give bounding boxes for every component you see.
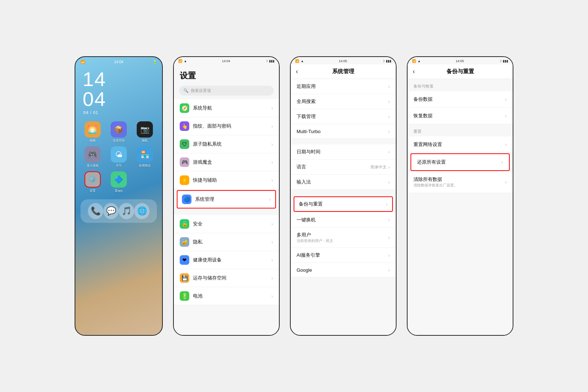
gamebox-icon: 🎮	[180, 157, 189, 167]
section-gap-phone3-1	[291, 139, 396, 145]
security-icon: 🔒	[180, 219, 189, 229]
reset-network-label: 重置网络设置	[413, 141, 505, 148]
settings-item-navigation[interactable]: 🧭 系统导航 ›	[174, 99, 279, 117]
phone3-time: 14:05	[339, 59, 347, 63]
app-android-label: 安卓空间	[113, 139, 125, 143]
settings-item-security[interactable]: 🔒 安全 ›	[174, 215, 279, 233]
app-settings[interactable]: ⚙️ 设置	[81, 171, 104, 193]
phone1-status-bar: 📶 14:04 🔋	[75, 57, 162, 65]
clear-all-data-item[interactable]: 清除所有数据 清除数据并恢复出厂设置。 ›	[408, 171, 513, 193]
phone2-screen-content: 设置 🔍 搜索设置项 🧭 系统导航 › 👆 指纹、面部与密码 › 🛡 原子隐私系…	[174, 64, 279, 335]
phone1-date: 04 / 01	[75, 109, 162, 116]
download-mgmt-chevron: ›	[388, 114, 390, 120]
download-mgmt-label: 下载管理	[297, 113, 388, 120]
backup-reset-chevron: ›	[386, 201, 388, 207]
phone4-screen-content: ‹ 备份与重置 备份与恢复 备份数据 › 恢复数据 › 重置 重置网络设置 › …	[408, 64, 513, 335]
system-multi-turbo[interactable]: Multi-Turbo ›	[291, 124, 396, 139]
multi-user-chevron: ›	[388, 235, 390, 240]
system-language[interactable]: 语言 简体中文 ›	[291, 160, 396, 175]
system-multi-user[interactable]: 多用户 当前登录的用户：机主 ›	[291, 228, 396, 248]
battery-chevron: ›	[271, 293, 273, 299]
global-search-chevron: ›	[388, 99, 390, 104]
multi-turbo-chevron: ›	[388, 128, 390, 134]
app-camera[interactable]: 📷 相机	[134, 121, 156, 143]
phone1-clock: 14 04	[75, 65, 162, 109]
dock-music[interactable]: 🎵	[119, 203, 134, 219]
phone4-section1-label: 备份与恢复	[408, 79, 513, 91]
system-date-time[interactable]: 日期与时间 ›	[291, 145, 396, 160]
privacy-chevron: ›	[271, 141, 273, 147]
section-gap-1	[174, 209, 279, 215]
app-store[interactable]: 🏪 应用商店	[134, 146, 156, 168]
app-other-icon: 🔷	[111, 171, 127, 188]
phone4-backup-reset: 📶 ▲ 14:05 ☽ ▮▮▮ ‹ 备份与重置 备份与恢复 备份数据 › 恢复数…	[407, 56, 513, 336]
phone4-signal-icon: 📶	[412, 59, 416, 63]
multi-user-sub: 当前登录的用户：机主	[297, 238, 388, 243]
settings-item-health[interactable]: ❤ 健康使用设备 ›	[174, 251, 279, 269]
system-backup-reset[interactable]: 备份与重置 ›	[294, 196, 393, 212]
multi-user-label: 多用户	[297, 232, 388, 238]
date-time-label: 日期与时间	[297, 149, 388, 155]
settings-item-system-mgmt[interactable]: 🔵 系统管理 ›	[177, 190, 276, 209]
app-android[interactable]: 📦 安卓空间	[107, 121, 130, 143]
system-global-search[interactable]: 全局搜索 ›	[291, 94, 396, 109]
app-camera-icon: 📷	[137, 121, 153, 138]
system-input-method[interactable]: 输入法 ›	[291, 175, 396, 190]
system-ai-service[interactable]: AI服务引擎 ›	[291, 248, 396, 263]
settings-item-storage[interactable]: 💾 运存与储存空间 ›	[174, 269, 279, 287]
phone3-back-button[interactable]: ‹	[296, 68, 298, 75]
phone4-wifi-icon: ▲	[417, 59, 421, 63]
dock-phone[interactable]: 📞	[88, 203, 103, 219]
settings-item-battery[interactable]: 🔋 电池 ›	[174, 287, 279, 305]
system-download-mgmt[interactable]: 下载管理 ›	[291, 109, 396, 124]
phone2-search[interactable]: 🔍 搜索设置项	[179, 86, 274, 96]
settings-item-gamebox[interactable]: 🎮 游戏魔盒 ›	[174, 153, 279, 171]
restore-data-item[interactable]: 恢复数据 ›	[408, 108, 513, 124]
dock-browser[interactable]: 🌐	[134, 203, 150, 219]
app-album[interactable]: 🌅 相册	[81, 121, 104, 143]
restore-all-settings-item[interactable]: 还原所有设置 ›	[410, 153, 510, 171]
settings-item-fingerprint[interactable]: 👆 指纹、面部与密码 ›	[174, 117, 279, 135]
google-chevron: ›	[388, 267, 390, 273]
phone4-moon-icon: ☽	[499, 59, 502, 63]
settings-item-shortcut[interactable]: ⚡ 快捷与辅助 ›	[174, 171, 279, 189]
date-time-chevron: ›	[388, 149, 390, 155]
phone4-time: 14:05	[456, 59, 464, 63]
app-game[interactable]: 🎮 某小游戏	[81, 146, 104, 168]
navigation-label: 系统导航	[193, 105, 271, 111]
restore-data-label: 恢复数据	[413, 113, 505, 119]
system-one-click-switch[interactable]: 一键换机 ›	[291, 213, 396, 228]
phone1-minute: 04	[83, 89, 155, 109]
system-google[interactable]: Google ›	[291, 263, 396, 277]
app-other-label: 某app	[115, 189, 122, 193]
section-gap-phone3-2	[291, 190, 396, 196]
settings-item-privacy[interactable]: 🛡 原子隐私系统 ›	[174, 135, 279, 153]
phone2-settings: 📶 ▲ 14:04 ☽ ▮▮▮ 设置 🔍 搜索设置项 🧭 系统导航 › 👆 指纹…	[173, 56, 280, 336]
phone4-back-button[interactable]: ‹	[413, 68, 415, 75]
input-method-label: 输入法	[297, 179, 388, 185]
shortcut-label: 快捷与辅助	[193, 177, 271, 183]
reset-network-item[interactable]: 重置网络设置 ›	[408, 136, 513, 153]
storage-chevron: ›	[271, 275, 273, 281]
system-recent-apps[interactable]: 近期应用 ›	[291, 79, 396, 94]
phone1-app-grid: 🌅 相册 📦 安卓空间 📷 相机 🎮 某小游戏 🌤 天气 🏪 应用商店 ⚙️ 设…	[75, 116, 162, 196]
fingerprint-chevron: ›	[271, 123, 273, 129]
security-label: 安全	[193, 221, 271, 227]
backup-data-item[interactable]: 备份数据 ›	[408, 91, 513, 108]
restore-all-label: 还原所有设置	[417, 159, 501, 165]
language-chevron: ›	[388, 164, 390, 170]
storage-icon: 💾	[180, 273, 189, 283]
settings-item-priv2[interactable]: 🔐 隐私 ›	[174, 233, 279, 251]
recent-apps-chevron: ›	[388, 83, 390, 89]
reset-network-chevron: ›	[505, 142, 507, 147]
phone4-battery-icon: ▮▮▮	[503, 59, 508, 63]
fingerprint-icon: 👆	[180, 121, 189, 131]
restore-data-chevron: ›	[505, 113, 507, 119]
dock-messages[interactable]: 💬	[103, 203, 119, 219]
app-weather[interactable]: 🌤 天气	[107, 146, 130, 168]
app-camera-label: 相机	[142, 139, 148, 143]
app-settings-icon: ⚙️	[85, 171, 101, 188]
restore-all-chevron: ›	[501, 159, 503, 165]
app-other[interactable]: 🔷 某app	[107, 171, 130, 193]
navigation-icon: 🧭	[180, 103, 189, 113]
